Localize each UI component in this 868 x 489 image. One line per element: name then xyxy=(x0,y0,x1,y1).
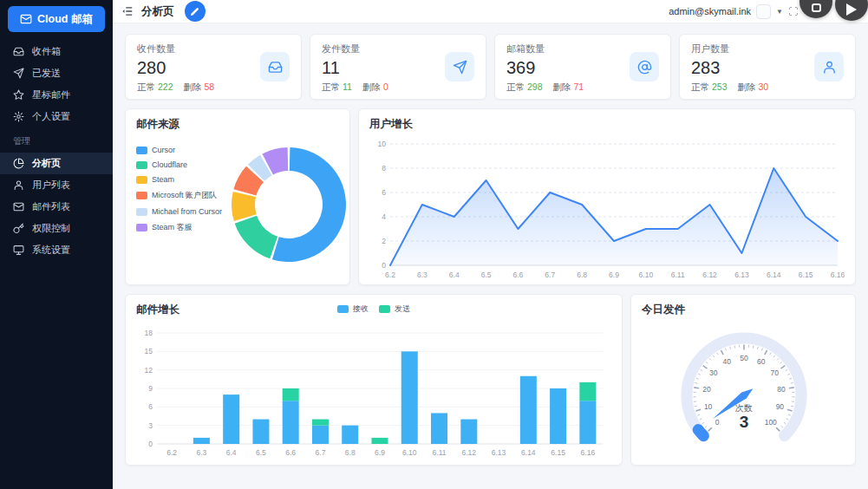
stat-value: 283 xyxy=(691,58,768,78)
sidebar-item-label: 星标邮件 xyxy=(32,88,70,101)
stats-row: 收件数量280正常222删除58发件数量11正常11删除0邮箱数量369正常29… xyxy=(125,34,856,100)
sidebar-item-users[interactable]: 用户列表 xyxy=(0,174,113,196)
svg-text:6.13: 6.13 xyxy=(734,271,749,279)
legend-item[interactable]: Cursor xyxy=(136,146,223,154)
svg-text:3: 3 xyxy=(148,421,153,430)
user-email: admin@skymail.ink xyxy=(669,6,751,16)
svg-text:40: 40 xyxy=(723,357,732,366)
stat-normal: 正常222 xyxy=(137,82,173,94)
user-icon xyxy=(13,179,24,191)
app-root: Cloud 邮箱 收件箱已发送星标邮件个人设置管理分析页用户列表邮件列表权限控制… xyxy=(0,0,868,489)
svg-text:2: 2 xyxy=(382,237,386,245)
legend-swatch xyxy=(136,208,147,216)
at-icon xyxy=(630,52,659,82)
svg-text:18: 18 xyxy=(145,329,153,337)
sidebar-item-profile[interactable]: 个人设置 xyxy=(0,106,113,127)
sidebar-item-analytics[interactable]: 分析页 xyxy=(0,153,113,174)
mail-growth-chart: 03691215186.26.36.46.56.66.76.86.96.106.… xyxy=(136,328,611,461)
svg-text:6.8: 6.8 xyxy=(345,448,356,457)
logo-label: Cloud 邮箱 xyxy=(37,12,93,27)
main-panel: 分析页 admin@skymail.ink ▼ 收件数量280正常222删除58… xyxy=(113,0,868,489)
sidebar-item-label: 分析页 xyxy=(32,157,61,170)
svg-text:6.8: 6.8 xyxy=(577,271,587,279)
svg-text:6.9: 6.9 xyxy=(375,448,385,457)
pie-icon xyxy=(13,158,24,169)
stat-deleted: 删除30 xyxy=(738,82,769,94)
sidebar-item-starred[interactable]: 星标邮件 xyxy=(0,84,113,106)
legend-label: Steam xyxy=(152,175,174,184)
sidebar-item-label: 个人设置 xyxy=(32,110,70,123)
sidebar-item-label: 权限控制 xyxy=(32,222,70,235)
legend-swatch xyxy=(136,147,147,154)
svg-text:6.10: 6.10 xyxy=(402,448,417,457)
stat-card-body: 用户数量283正常253删除30 xyxy=(691,42,768,91)
svg-text:6.14: 6.14 xyxy=(767,271,781,279)
legend-label: Michael from Cursor xyxy=(152,207,222,216)
fullscreen-icon[interactable] xyxy=(788,6,799,16)
svg-text:20: 20 xyxy=(702,385,711,394)
legend-item[interactable]: Microsoft 账户团队 xyxy=(136,190,223,201)
svg-text:6.14: 6.14 xyxy=(521,448,536,457)
legend-swatch xyxy=(379,305,390,313)
stat-card-body: 邮箱数量369正常298删除71 xyxy=(506,42,584,91)
gear-icon xyxy=(13,111,24,122)
svg-text:6.7: 6.7 xyxy=(316,448,326,457)
svg-text:0: 0 xyxy=(715,418,720,427)
stat-card-1: 发件数量11正常11删除0 xyxy=(310,34,486,100)
stat-sub: 正常222删除58 xyxy=(137,82,214,94)
legend-item[interactable]: Steam xyxy=(136,175,223,184)
svg-text:6.11: 6.11 xyxy=(671,271,685,279)
mail-growth-card: 邮件增长 接收发送 03691215186.26.36.46.56.66.76.… xyxy=(125,294,623,466)
svg-text:6.5: 6.5 xyxy=(256,448,266,457)
sidebar-item-system[interactable]: 系统设置 xyxy=(0,239,113,261)
svg-text:6.6: 6.6 xyxy=(285,448,296,457)
svg-text:0: 0 xyxy=(148,440,153,448)
edit-button[interactable] xyxy=(185,1,206,22)
legend-item[interactable]: 发送 xyxy=(379,303,410,315)
svg-text:6.15: 6.15 xyxy=(551,448,565,457)
svg-text:10: 10 xyxy=(704,402,713,411)
legend-item[interactable]: Steam 客服 xyxy=(136,222,223,233)
stat-value: 280 xyxy=(137,58,214,78)
avatar xyxy=(756,4,771,19)
legend-swatch xyxy=(337,305,349,313)
legend-item[interactable]: Cloudflare xyxy=(136,160,223,169)
svg-text:6.13: 6.13 xyxy=(492,448,506,457)
svg-text:6.16: 6.16 xyxy=(831,271,845,279)
menu-fold-icon[interactable] xyxy=(121,5,134,17)
stat-title: 发件数量 xyxy=(322,42,388,55)
svg-text:次数: 次数 xyxy=(735,403,753,413)
stat-normal: 正常11 xyxy=(322,82,352,94)
svg-text:6.12: 6.12 xyxy=(702,271,717,279)
stat-card-0: 收件数量280正常222删除58 xyxy=(125,34,302,100)
sidebar-item-mails[interactable]: 邮件列表 xyxy=(0,196,113,218)
pencil-icon xyxy=(190,7,199,16)
logo-button[interactable]: Cloud 邮箱 xyxy=(8,6,105,32)
svg-text:10: 10 xyxy=(378,140,387,148)
svg-text:0: 0 xyxy=(382,261,386,270)
svg-text:3: 3 xyxy=(740,413,749,431)
svg-text:50: 50 xyxy=(740,354,748,362)
sidebar-item-perms[interactable]: 权限控制 xyxy=(0,218,113,239)
svg-text:8: 8 xyxy=(382,164,386,173)
sidebar-item-sent[interactable]: 已发送 xyxy=(0,62,113,84)
stat-card-3: 用户数量283正常253删除30 xyxy=(679,34,856,100)
legend-item[interactable]: 接收 xyxy=(337,303,369,315)
monitor-icon xyxy=(13,244,24,256)
play-arrow-icon xyxy=(846,3,857,16)
legend-label: 接收 xyxy=(353,303,369,315)
stat-sub: 正常253删除30 xyxy=(691,82,768,94)
donut-wrap: CursorCloudflareSteamMicrosoft 账户团队Micha… xyxy=(136,139,339,274)
svg-text:70: 70 xyxy=(770,368,779,377)
stat-normal: 正常298 xyxy=(506,82,543,94)
legend-swatch xyxy=(136,192,147,199)
stat-title: 用户数量 xyxy=(691,42,768,55)
svg-text:9: 9 xyxy=(148,384,153,393)
legend-label: 发送 xyxy=(395,303,410,315)
mail-logo-icon xyxy=(20,13,32,25)
svg-text:6.10: 6.10 xyxy=(639,271,654,279)
sidebar-item-inbox[interactable]: 收件箱 xyxy=(0,41,113,62)
bar-legend: 接收发送 xyxy=(337,303,410,315)
svg-text:6: 6 xyxy=(382,188,386,197)
legend-item[interactable]: Michael from Cursor xyxy=(136,207,223,216)
